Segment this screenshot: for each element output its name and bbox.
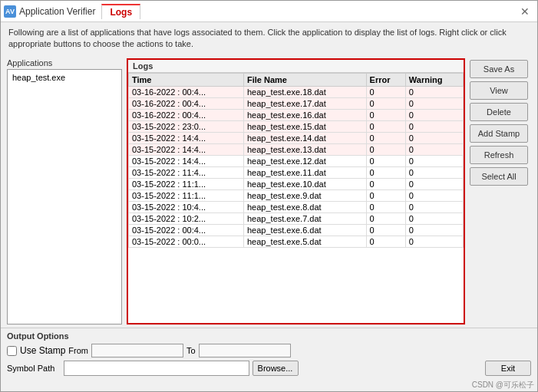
cell-error: 0 bbox=[366, 224, 405, 236]
logs-panel-label: Logs bbox=[128, 60, 464, 73]
app-icon: AV bbox=[4, 5, 16, 18]
cell-file: heap_test.exe.17.dat bbox=[243, 97, 366, 109]
cell-error: 0 bbox=[366, 97, 405, 109]
symbol-path-label: Symbol Path bbox=[7, 364, 61, 373]
cell-file: heap_test.exe.14.dat bbox=[243, 132, 366, 143]
table-row[interactable]: 03-15-2022 : 14:4...heap_test.exe.12.dat… bbox=[129, 155, 464, 166]
table-row[interactable]: 03-15-2022 : 00:0...heap_test.exe.5.dat0… bbox=[129, 236, 464, 247]
cell-time: 03-15-2022 : 00:0... bbox=[129, 236, 244, 247]
app-item-heap-test[interactable]: heap_test.exe bbox=[9, 71, 120, 84]
cell-warning: 0 bbox=[405, 120, 463, 132]
cell-error: 0 bbox=[366, 166, 405, 178]
cell-file: heap_test.exe.13.dat bbox=[243, 143, 366, 155]
add-stamp-button[interactable]: Add Stamp bbox=[470, 124, 528, 143]
cell-file: heap_test.exe.15.dat bbox=[243, 120, 366, 132]
applications-label: Applications bbox=[7, 58, 122, 68]
col-filename: File Name bbox=[243, 73, 366, 86]
cell-error: 0 bbox=[366, 109, 405, 120]
cell-warning: 0 bbox=[405, 189, 463, 201]
table-row[interactable]: 03-15-2022 : 14:4...heap_test.exe.14.dat… bbox=[129, 132, 464, 143]
table-row[interactable]: 03-15-2022 : 11:4...heap_test.exe.11.dat… bbox=[129, 166, 464, 178]
table-row[interactable]: 03-15-2022 : 10:4...heap_test.exe.8.dat0… bbox=[129, 201, 464, 212]
col-warning: Warning bbox=[405, 73, 463, 86]
cell-error: 0 bbox=[366, 189, 405, 201]
cell-time: 03-15-2022 : 10:4... bbox=[129, 201, 244, 212]
cell-file: heap_test.exe.12.dat bbox=[243, 155, 366, 166]
table-row[interactable]: 03-16-2022 : 00:4...heap_test.exe.18.dat… bbox=[129, 86, 464, 97]
use-stamp-label: Use Stamp bbox=[20, 345, 65, 356]
save-as-button[interactable]: Save As bbox=[470, 60, 528, 78]
tab-logs[interactable]: Logs bbox=[101, 4, 140, 19]
cell-warning: 0 bbox=[405, 143, 463, 155]
table-row[interactable]: 03-15-2022 : 11:1...heap_test.exe.9.dat0… bbox=[129, 189, 464, 201]
table-row[interactable]: 03-16-2022 : 00:4...heap_test.exe.17.dat… bbox=[129, 97, 464, 109]
cell-file: heap_test.exe.7.dat bbox=[243, 212, 366, 224]
select-all-button[interactable]: Select All bbox=[470, 167, 528, 186]
description-text: Following are a list of applications tha… bbox=[1, 22, 537, 55]
cell-time: 03-15-2022 : 10:2... bbox=[129, 212, 244, 224]
table-row[interactable]: 03-15-2022 : 00:4...heap_test.exe.6.dat0… bbox=[129, 224, 464, 236]
cell-warning: 0 bbox=[405, 236, 463, 247]
cell-error: 0 bbox=[366, 132, 405, 143]
cell-error: 0 bbox=[366, 120, 405, 132]
cell-error: 0 bbox=[366, 86, 405, 97]
use-stamp-checkbox[interactable] bbox=[7, 346, 17, 356]
stamp-range: From To bbox=[68, 344, 290, 357]
main-window: AV Application Verifier Logs ✕ Following… bbox=[0, 0, 538, 392]
use-stamp-row: Use Stamp From To bbox=[7, 344, 531, 357]
symbol-path-input[interactable] bbox=[64, 361, 249, 376]
cell-warning: 0 bbox=[405, 97, 463, 109]
close-button[interactable]: ✕ bbox=[516, 5, 534, 18]
cell-file: heap_test.exe.16.dat bbox=[243, 109, 366, 120]
title-bar: AV Application Verifier Logs ✕ bbox=[1, 1, 537, 22]
bottom-area: Output Options Use Stamp From To Symbol … bbox=[1, 328, 537, 379]
cell-file: heap_test.exe.18.dat bbox=[243, 86, 366, 97]
cell-file: heap_test.exe.6.dat bbox=[243, 224, 366, 236]
cell-error: 0 bbox=[366, 212, 405, 224]
cell-file: heap_test.exe.11.dat bbox=[243, 166, 366, 178]
cell-warning: 0 bbox=[405, 86, 463, 97]
cell-warning: 0 bbox=[405, 224, 463, 236]
cell-warning: 0 bbox=[405, 132, 463, 143]
cell-warning: 0 bbox=[405, 109, 463, 120]
output-options-label: Output Options bbox=[7, 331, 531, 341]
symbol-path-row: Symbol Path Browse... Exit bbox=[7, 361, 531, 376]
table-row[interactable]: 03-15-2022 : 10:2...heap_test.exe.7.dat0… bbox=[129, 212, 464, 224]
applications-list[interactable]: heap_test.exe bbox=[7, 69, 122, 324]
refresh-button[interactable]: Refresh bbox=[470, 146, 528, 164]
table-row[interactable]: 03-15-2022 : 11:1...heap_test.exe.10.dat… bbox=[129, 178, 464, 189]
view-button[interactable]: View bbox=[470, 81, 528, 100]
delete-button[interactable]: Delete bbox=[470, 103, 528, 121]
cell-file: heap_test.exe.5.dat bbox=[243, 236, 366, 247]
action-buttons-panel: Save As View Delete Add Stamp Refresh Se… bbox=[470, 58, 531, 324]
table-row[interactable]: 03-15-2022 : 14:4...heap_test.exe.13.dat… bbox=[129, 143, 464, 155]
col-error: Error bbox=[366, 73, 405, 86]
to-input[interactable] bbox=[199, 344, 291, 357]
cell-error: 0 bbox=[366, 236, 405, 247]
cell-time: 03-16-2022 : 00:4... bbox=[129, 86, 244, 97]
logs-table-container[interactable]: Time File Name Error Warning 03-16-2022 … bbox=[128, 73, 464, 323]
cell-time: 03-15-2022 : 23:0... bbox=[129, 120, 244, 132]
cell-warning: 0 bbox=[405, 212, 463, 224]
table-row[interactable]: 03-15-2022 : 23:0...heap_test.exe.15.dat… bbox=[129, 120, 464, 132]
cell-file: heap_test.exe.8.dat bbox=[243, 201, 366, 212]
browse-button[interactable]: Browse... bbox=[252, 361, 299, 376]
exit-button[interactable]: Exit bbox=[485, 361, 531, 376]
cell-time: 03-15-2022 : 11:1... bbox=[129, 178, 244, 189]
logs-table: Time File Name Error Warning 03-16-2022 … bbox=[128, 73, 464, 248]
cell-warning: 0 bbox=[405, 155, 463, 166]
cell-time: 03-16-2022 : 00:4... bbox=[129, 97, 244, 109]
cell-time: 03-15-2022 : 00:4... bbox=[129, 224, 244, 236]
from-label: From bbox=[68, 346, 88, 355]
from-input[interactable] bbox=[91, 344, 183, 357]
logs-panel: Logs Time File Name Error Warning 03-16-… bbox=[127, 58, 465, 324]
main-area: Applications heap_test.exe Logs Time Fil… bbox=[1, 55, 537, 328]
to-label: To bbox=[186, 346, 196, 355]
applications-panel: Applications heap_test.exe bbox=[7, 58, 122, 324]
cell-time: 03-15-2022 : 14:4... bbox=[129, 143, 244, 155]
table-row[interactable]: 03-16-2022 : 00:4...heap_test.exe.16.dat… bbox=[129, 109, 464, 120]
window-title: Application Verifier bbox=[19, 6, 95, 17]
cell-file: heap_test.exe.9.dat bbox=[243, 189, 366, 201]
col-time: Time bbox=[129, 73, 244, 86]
watermark: CSDN @可乐松子 bbox=[1, 379, 537, 391]
